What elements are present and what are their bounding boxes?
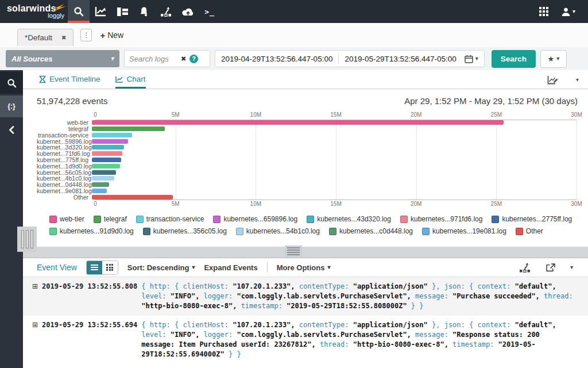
chart-bar[interactable] [92, 170, 116, 175]
logo-text-loggly: loggly [7, 13, 68, 19]
horizontal-resize-grip[interactable] [17, 227, 37, 252]
chart-bar[interactable] [92, 182, 109, 187]
chart-bar[interactable] [92, 133, 132, 137]
legend-item[interactable]: transaction-service [136, 215, 204, 223]
event-options-caret-icon[interactable]: ▾ [570, 264, 573, 270]
axis-tick-label: 10M [250, 201, 261, 207]
tab-event-timeline[interactable]: Event Timeline [39, 70, 100, 89]
chart-bar[interactable] [92, 139, 128, 144]
nav-chart-icon[interactable] [90, 0, 111, 23]
expand-events-button[interactable]: Expand Events [204, 263, 257, 272]
expand-icon[interactable]: ⊞ [32, 282, 38, 292]
log-entry[interactable]: ⊞ 2019-05-29 13:52:55.808 { http: { clie… [23, 277, 588, 316]
date-to-value[interactable]: 2019-05-29T13:52:56.447-05:00 [345, 55, 456, 63]
chart-bar[interactable] [92, 176, 114, 181]
chart-row: kubernet...4b1c0.log [37, 175, 577, 181]
legend-item[interactable]: kubernetes...356c05.log [143, 227, 227, 235]
user-icon [561, 7, 571, 17]
chart-row: kubernet...1d9d0.log [37, 163, 577, 169]
expand-icon[interactable]: ⊞ [32, 320, 38, 330]
user-menu[interactable]: ▾ [561, 7, 575, 17]
nav-cloud-upload-icon[interactable] [177, 0, 199, 23]
chart-bar[interactable] [92, 151, 122, 156]
tab-chart[interactable]: Chart [115, 70, 146, 89]
chart-bar[interactable] [92, 126, 165, 131]
legend-item[interactable]: kubernetes...91d9d0.log [49, 227, 134, 235]
clear-search-icon[interactable]: ✖ [181, 55, 186, 63]
legend-label: telegraf [104, 215, 127, 223]
date-from-value[interactable]: 2019-04-29T13:52:56.447-05:00 [221, 55, 332, 63]
navbar-icons: >_ [68, 0, 220, 23]
chart-bar[interactable] [92, 145, 124, 150]
log-timestamp: 2019-05-29 13:52:55.808 [42, 282, 137, 292]
export-icon[interactable] [546, 263, 555, 272]
nav-alerts-bell-icon[interactable] [133, 0, 155, 23]
chart-category-label: Other [37, 194, 92, 200]
nav-search-icon[interactable] [68, 0, 90, 23]
search-logs-input[interactable] [129, 55, 177, 63]
more-options-dropdown[interactable]: More Options ▾ [277, 263, 331, 272]
sidebar-search-icon[interactable] [0, 72, 23, 94]
sort-dropdown[interactable]: Sort: Descending ▾ [127, 263, 195, 272]
legend-item[interactable]: web-tier [49, 215, 84, 223]
log-json-key: logger: [204, 292, 237, 300]
chart-bar-area [92, 176, 577, 181]
sidebar-json-source-icon[interactable]: {:} [0, 95, 23, 117]
list-view-button[interactable] [87, 261, 102, 274]
new-tab-button[interactable]: + New [100, 30, 123, 40]
chart-axis-top: 05M10M15M20M25M30M [95, 112, 577, 120]
chart-row: kubernet...0d448.log [37, 182, 577, 187]
saved-searches-button[interactable]: ★ ▾ [540, 50, 567, 68]
edit-chart-icon[interactable] [547, 75, 559, 85]
help-icon[interactable]: ? [189, 55, 198, 63]
chart-bar[interactable] [92, 158, 121, 162]
chart-bar[interactable] [92, 195, 173, 200]
nav-source-setup-icon[interactable] [155, 0, 177, 23]
tab-menu-button[interactable]: ⋮ [80, 29, 92, 41]
legend-item[interactable]: kubernetes...43d320.log [307, 215, 391, 223]
chart-bar-area [92, 158, 577, 162]
legend-item[interactable]: kubernetes...659896.log [213, 215, 297, 223]
tab-chart-label: Chart [127, 75, 146, 83]
search-button[interactable]: Search [492, 50, 536, 68]
solarwinds-loggly-logo[interactable]: solarwinds loggly [0, 4, 68, 19]
legend-swatch [400, 216, 408, 223]
workspace-tabbar: *Default ✖ ⋮ + New [0, 23, 588, 47]
legend-item[interactable]: kubernetes...19e081.log [422, 227, 506, 235]
all-sources-label: All Sources [11, 55, 53, 63]
grid-view-button[interactable] [102, 261, 118, 274]
trace-icon[interactable] [519, 262, 531, 273]
legend-swatch [307, 216, 314, 223]
legend-item[interactable]: kubernetes...c0d448.log [329, 227, 413, 235]
legend-swatch [136, 216, 144, 223]
apps-grid-icon[interactable] [539, 7, 548, 16]
legend-item[interactable]: kubernetes...971fd6.log [400, 215, 482, 223]
chart-plot-area: web-tiertelegraftransaction-servicekuber… [37, 120, 577, 200]
grid-view-icon [106, 264, 113, 271]
chart-bar[interactable] [92, 189, 107, 193]
legend-item[interactable]: telegraf [94, 215, 127, 223]
tab-default[interactable]: *Default ✖ [17, 29, 74, 46]
chart-bar[interactable] [92, 164, 120, 168]
tab-close-icon[interactable]: ✖ [61, 34, 66, 41]
legend-item[interactable]: kubernetes...54b1c0.log [236, 227, 320, 235]
chart-bar[interactable] [92, 120, 504, 125]
nav-dashboards-icon[interactable] [111, 0, 133, 23]
chart-category-label: kubernet...0d448.log [37, 182, 92, 187]
bar-chart: 05M10M15M20M25M30M web-tiertelegraftrans… [37, 112, 577, 235]
all-sources-dropdown[interactable]: All Sources ▾ [6, 50, 119, 67]
sidebar-collapse-icon[interactable] [0, 119, 23, 141]
legend-swatch [329, 228, 336, 235]
chart-options-caret-icon[interactable]: ▾ [576, 77, 579, 83]
chart-row: transaction-service [37, 132, 577, 138]
log-entry[interactable]: ⊞ 2019-05-29 13:52:55.694 { http: { clie… [23, 316, 588, 364]
vertical-resize-grip[interactable] [285, 246, 302, 257]
log-json-value: "application/json" [353, 282, 432, 290]
view-toggle [86, 260, 118, 275]
calendar-picker[interactable]: ▾ [465, 55, 478, 63]
chart-bar-area [92, 170, 577, 175]
nav-terminal-icon[interactable]: >_ [199, 0, 220, 23]
legend-item[interactable]: kubernetes...2775ff.log [492, 215, 572, 223]
chart-bar-area [92, 189, 577, 193]
legend-item[interactable]: Other [516, 227, 543, 235]
